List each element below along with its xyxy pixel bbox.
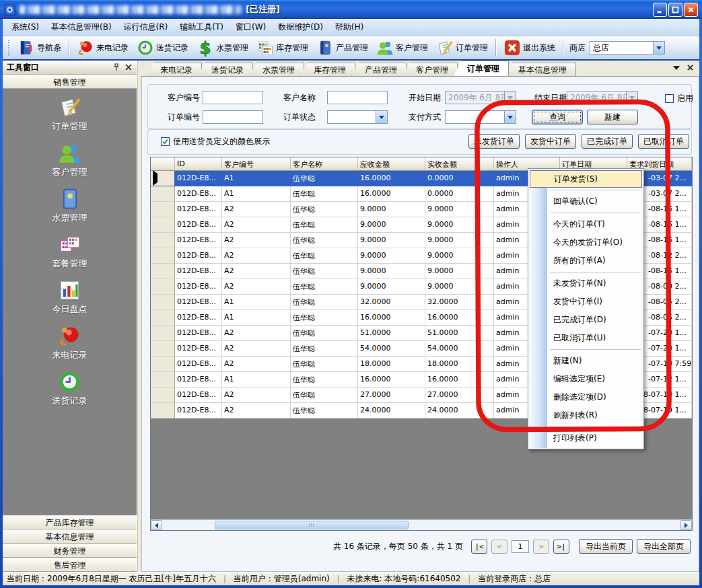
- tool-window-header: 工具窗口: [3, 61, 137, 75]
- sidebar-item-users[interactable]: 客户管理: [3, 141, 137, 178]
- toolbar-button-users[interactable]: 客户管理: [372, 38, 432, 58]
- menu-item-1[interactable]: 基本信息管理(B): [45, 19, 118, 36]
- context-menu-item-15[interactable]: 删除选定项(D): [528, 388, 643, 406]
- context-menu-item-18[interactable]: 打印列表(P): [528, 429, 643, 447]
- enable-checkbox-label: 启用: [677, 93, 693, 104]
- toolbar-button-bell[interactable]: 来电记录: [73, 38, 133, 58]
- sidebar-group-0[interactable]: 产品库存管理: [3, 515, 137, 529]
- menu-item-2[interactable]: 运行信息(R): [118, 19, 174, 36]
- tab-2[interactable]: 水票管理: [249, 63, 304, 76]
- tab-3[interactable]: 库存管理: [300, 63, 355, 76]
- close-button[interactable]: [684, 3, 698, 17]
- table-cell: A2: [222, 202, 291, 217]
- toolbar-button-product[interactable]: 产品管理: [312, 38, 372, 58]
- minimize-button[interactable]: [653, 3, 667, 17]
- end-date-picker[interactable]: 2009年 6月 8日: [567, 91, 638, 104]
- shop-select[interactable]: 总店: [590, 41, 665, 54]
- enable-checkbox[interactable]: [665, 94, 674, 103]
- context-menu-item-9[interactable]: 发货中订单(I): [528, 293, 643, 311]
- scroll-right-icon[interactable]: [680, 520, 692, 530]
- sidebar-item-order[interactable]: 订单管理: [3, 96, 137, 133]
- new-button[interactable]: 新建: [587, 110, 638, 124]
- context-menu-item-5[interactable]: 今天的发货订单(O): [528, 233, 643, 252]
- content-area: 来电记录送货记录水票管理库存管理产品管理客户管理订单管理基本信息管理 客户编号 …: [141, 61, 699, 572]
- toolbar-button-clock[interactable]: 送货记录: [133, 38, 192, 58]
- tab-4[interactable]: 产品管理: [351, 63, 407, 76]
- tab-0[interactable]: 来电记录: [147, 63, 202, 76]
- scroll-left-icon[interactable]: [151, 520, 162, 530]
- customer-no-input[interactable]: [203, 91, 263, 104]
- context-menu-item-16[interactable]: 刷新列表(R): [528, 406, 643, 425]
- context-menu-item-6[interactable]: 所有的订单(A): [528, 252, 643, 270]
- toolbar-button-exit[interactable]: 退出系统: [499, 38, 559, 58]
- toolbar-button-grid[interactable]: 库存管理: [252, 38, 312, 58]
- table-cell: 9.0000: [425, 248, 494, 264]
- table-cell: 0.0000: [425, 171, 494, 186]
- sidebar-item-ticket[interactable]: 水票管理: [3, 187, 137, 224]
- context-menu-item-2[interactable]: 回单确认(C): [528, 192, 643, 211]
- menu-item-3[interactable]: 辅助工具(T): [174, 19, 230, 36]
- query-button[interactable]: 查询: [532, 110, 583, 124]
- toolbar-button-dollar[interactable]: $水票管理: [192, 38, 252, 58]
- status-filter-button-3[interactable]: 已取消订单: [638, 134, 689, 149]
- tab-7[interactable]: 基本信息管理: [505, 63, 576, 76]
- delivery-color-checkbox[interactable]: [161, 137, 170, 146]
- tab-6[interactable]: 订单管理: [454, 61, 509, 76]
- sidebar-group-2[interactable]: 财务管理: [3, 544, 137, 558]
- sidebar-group-3[interactable]: 售后管理: [3, 558, 137, 572]
- chevron-down-icon[interactable]: [504, 111, 516, 123]
- context-menu-item-0[interactable]: 订单发货(S): [530, 170, 642, 188]
- order-no-input[interactable]: [203, 110, 263, 124]
- sidebar-item-label: 来电记录: [52, 349, 87, 361]
- scrollbar-thumb[interactable]: [215, 521, 409, 529]
- tab-1[interactable]: 送货记录: [198, 63, 253, 76]
- sidebar-item-chart[interactable]: 今日盘点: [3, 279, 137, 316]
- toolbar-button-navbook[interactable]: 导航条: [13, 38, 65, 58]
- tab-close-icon[interactable]: [687, 64, 694, 71]
- status-filter-button-0[interactable]: 未发货订单: [468, 134, 520, 149]
- customer-name-input[interactable]: [327, 91, 388, 104]
- status-filter-button-2[interactable]: 已完成订单: [582, 134, 633, 149]
- chevron-down-icon[interactable]: [653, 42, 664, 54]
- tab-list-dropdown-icon[interactable]: [673, 66, 680, 70]
- context-menu-item-4[interactable]: 今天的订单(T): [528, 215, 643, 233]
- sidebar-item-clock[interactable]: 送货记录: [3, 370, 137, 407]
- sidebar-group-sales[interactable]: 销售管理: [3, 75, 137, 89]
- next-page-button[interactable]: >: [533, 540, 549, 554]
- application-window: [已注册] 系统(S)基本信息管理(B)运行信息(R)辅助工具(T)窗口(W)数…: [0, 0, 702, 588]
- row-indicator-cell: [151, 264, 175, 279]
- menu-separator: [550, 190, 641, 190]
- context-menu-item-14[interactable]: 编辑选定项(E): [528, 370, 643, 388]
- toolbar-button-order[interactable]: 订单管理: [432, 38, 492, 58]
- row-indicator-cell: [151, 248, 175, 264]
- tab-5[interactable]: 客户管理: [402, 63, 458, 76]
- context-menu-item-13[interactable]: 新建(N): [528, 352, 643, 370]
- payment-method-select[interactable]: [445, 110, 516, 124]
- chevron-down-icon[interactable]: [376, 111, 387, 123]
- first-page-button[interactable]: |<: [471, 540, 487, 554]
- menu-item-0[interactable]: 系统(S): [5, 19, 45, 36]
- order-status-select[interactable]: [327, 110, 388, 124]
- sidebar-group-1[interactable]: 基本信息管理: [3, 529, 137, 544]
- page-number-input[interactable]: [512, 540, 529, 553]
- last-page-button[interactable]: >|: [553, 540, 569, 554]
- export-current-page-button[interactable]: 导出当前页: [579, 539, 633, 554]
- maximize-button[interactable]: [668, 3, 682, 17]
- horizontal-scrollbar[interactable]: [151, 519, 692, 530]
- menu-item-5[interactable]: 数据维护(D): [272, 19, 329, 36]
- context-menu-item-11[interactable]: 已取消订单(U): [528, 329, 643, 347]
- sidebar-item-bell[interactable]: 来电记录: [3, 324, 137, 361]
- table-cell: 9.0000: [425, 279, 494, 295]
- row-indicator-cell: [151, 186, 175, 202]
- menu-item-6[interactable]: 帮助(H): [329, 19, 370, 36]
- close-icon[interactable]: [125, 63, 133, 71]
- prev-page-button[interactable]: <: [491, 540, 507, 554]
- start-date-picker[interactable]: 2009年 6月 8日: [445, 91, 516, 104]
- sidebar-item-combo[interactable]: 套餐管理: [3, 233, 137, 270]
- menu-item-4[interactable]: 窗口(W): [230, 19, 272, 36]
- export-all-pages-button[interactable]: 导出全部页: [637, 539, 691, 554]
- pin-icon[interactable]: [112, 63, 120, 71]
- context-menu-item-10[interactable]: 已完成订单(D): [528, 311, 643, 329]
- status-filter-button-1[interactable]: 发货中订单: [525, 134, 576, 149]
- context-menu-item-8[interactable]: 未发货订单(N): [528, 274, 643, 293]
